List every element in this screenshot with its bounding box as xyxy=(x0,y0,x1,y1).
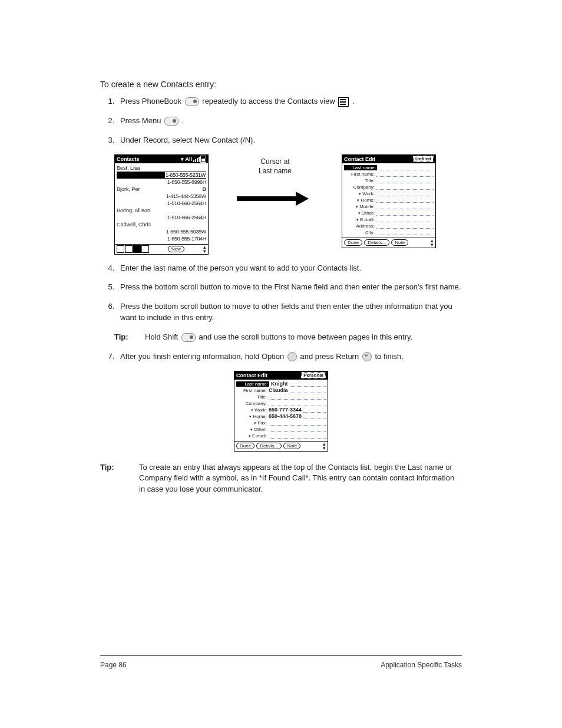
step-4: Enter the last name of the person you wa… xyxy=(117,263,462,274)
step-2: Press Menu . xyxy=(117,116,462,127)
section-title: Application Specific Tasks xyxy=(381,661,462,669)
scroll-arrows-icon: ▴▾ xyxy=(323,442,326,450)
pda2-category: Unfiled xyxy=(413,156,434,162)
footer-rule xyxy=(100,655,462,656)
form-field: Fax: xyxy=(236,420,326,426)
form-field: Work: xyxy=(344,190,434,197)
form-field: Title: xyxy=(344,177,434,184)
form-field: Other: xyxy=(344,210,434,216)
phonebook-icon xyxy=(185,97,199,106)
step-6: Press the bottom scroll button to move t… xyxy=(117,301,462,324)
tip1-text-a: Hold Shift xyxy=(145,332,180,341)
return-icon xyxy=(362,352,372,361)
list-item: Cadwell, Chris xyxy=(117,221,206,228)
menu-icon xyxy=(164,117,178,126)
pda1-title: Contacts xyxy=(117,156,140,162)
contact-edit-filled-screenshot: Contact Edit Personal Last name:KnightFi… xyxy=(234,371,328,452)
annotation-block: Cursor at Last name xyxy=(225,154,325,204)
section-heading: To create a new Contacts entry: xyxy=(100,80,462,89)
scroll-arrows-icon: ▴▾ xyxy=(203,245,206,253)
form-field: Mobile: xyxy=(344,203,434,210)
pda3-category: Personal xyxy=(301,372,326,378)
form-field: Title: xyxy=(236,394,326,400)
figure-row-2: Contact Edit Personal Last name:KnightFi… xyxy=(100,371,462,452)
scroll-arrows-icon: ▴▾ xyxy=(431,239,434,246)
step-5: Press the bottom scroll button to move t… xyxy=(117,282,462,293)
step-1-text-a: Press PhoneBook xyxy=(120,97,184,106)
signal-icon xyxy=(193,156,199,162)
form-field: Last name:Knight xyxy=(236,381,326,387)
details-button[interactable]: Details... xyxy=(364,239,389,246)
form-field: Address: xyxy=(344,223,434,229)
pda1-category: All xyxy=(185,156,192,162)
details-button[interactable]: Details... xyxy=(256,443,282,449)
option-icon xyxy=(287,352,297,361)
step-7-text-a: After you finish entering information, h… xyxy=(120,352,286,361)
tip1-text-b: and use the scroll buttons to move betwe… xyxy=(199,332,413,341)
form-field: First name:Claudia xyxy=(236,387,326,394)
note-button[interactable]: Note xyxy=(391,239,408,246)
form-field: E-mail: xyxy=(344,216,434,223)
shift-icon xyxy=(181,333,196,342)
list-item: 1-650-555-8996H xyxy=(117,179,206,186)
step-7-text-c: to finish. xyxy=(375,352,403,361)
step-2-text-a: Press Menu xyxy=(120,116,163,125)
arrow-right-icon xyxy=(237,194,313,203)
step-7-text-b: and press Return xyxy=(300,352,361,361)
callout-line1: Cursor at xyxy=(259,157,292,167)
form-field: Home:650-444-5678 xyxy=(236,413,326,420)
form-field: Last name: xyxy=(344,164,434,171)
form-field: Other: xyxy=(236,426,326,433)
list-item: 1-510-666-2564H xyxy=(117,214,206,221)
step-2-text-b: . xyxy=(182,116,184,125)
list-item: Boring, Allison xyxy=(117,207,206,214)
done-button[interactable]: Done xyxy=(236,443,254,449)
view-switcher-icons xyxy=(117,245,149,253)
step-1-text-b: repeatedly to access the Contacts view xyxy=(202,97,337,106)
list-item: 1-650-555-1704H xyxy=(117,235,206,242)
tip-1: Tip: Hold Shift and use the scroll butto… xyxy=(114,332,462,343)
page-number: Page 86 xyxy=(100,661,127,669)
done-button[interactable]: Done xyxy=(344,239,362,246)
list-item: Best, Lisa xyxy=(117,164,206,172)
form-field: City: xyxy=(344,229,434,236)
form-field: Company: xyxy=(344,184,434,190)
steps-list-cont2: After you finish entering information, h… xyxy=(100,351,462,363)
figure-row-1: Contacts ▾ All Best, Lisa1-650-555-5231W… xyxy=(114,154,462,255)
step-3: Under Record, select New Contact (/N). xyxy=(117,135,462,146)
contact-edit-blank-screenshot: Contact Edit Unfiled Last name:First nam… xyxy=(342,154,436,248)
list-item: Bjork, PerD xyxy=(117,186,206,193)
contacts-list-screenshot: Contacts ▾ All Best, Lisa1-650-555-5231W… xyxy=(114,154,209,255)
callout-line2: Last name xyxy=(259,166,292,176)
list-item: 1-415-444-5356W xyxy=(117,193,206,200)
new-button[interactable]: New xyxy=(168,246,184,252)
form-field: E-mail: xyxy=(236,433,326,439)
form-field: Home: xyxy=(344,197,434,203)
step-7: After you finish entering information, h… xyxy=(117,351,462,363)
pda2-title: Contact Edit xyxy=(344,156,375,162)
tip-2: Tip: To create an entry that always appe… xyxy=(100,462,462,496)
list-item: 1-510-666-2564H xyxy=(117,200,206,207)
steps-list-cont: Enter the last name of the person you wa… xyxy=(100,263,462,324)
chevron-down-icon: ▾ xyxy=(181,156,184,162)
list-item: 1-650-555-5231W xyxy=(117,172,206,179)
form-field: Work:650-777-3344 xyxy=(236,407,326,413)
tip-label: Tip: xyxy=(100,462,128,496)
list-item: 1-650-555-5035W xyxy=(117,228,206,235)
note-button[interactable]: Note xyxy=(283,443,300,449)
steps-list: Press PhoneBook repeatedly to access the… xyxy=(100,96,462,146)
battery-icon xyxy=(200,156,206,163)
step-1-text-c: . xyxy=(352,97,355,106)
pda3-title: Contact Edit xyxy=(236,373,267,378)
contacts-view-icon xyxy=(338,97,349,107)
step-1: Press PhoneBook repeatedly to access the… xyxy=(117,96,462,107)
tip2-text: To create an entry that always appears a… xyxy=(139,462,462,496)
form-field: Company: xyxy=(236,400,326,407)
form-field: First name: xyxy=(344,171,434,177)
tip-label: Tip: xyxy=(114,332,134,343)
